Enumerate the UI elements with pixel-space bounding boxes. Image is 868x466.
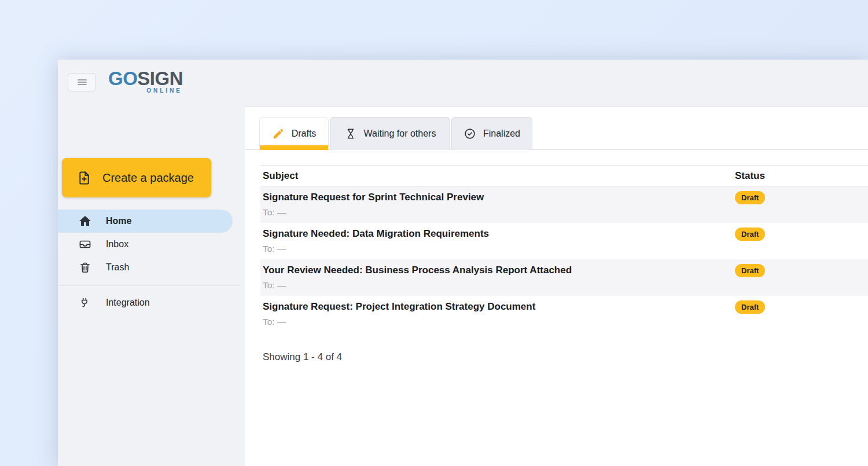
tab-drafts[interactable]: Drafts xyxy=(259,117,329,150)
inbox-icon xyxy=(78,237,92,251)
tab-label: Waiting for others xyxy=(364,129,436,139)
row-recipients: To: — xyxy=(263,317,286,327)
menu-icon xyxy=(75,75,89,89)
sidebar: Create a package Home Inbox xyxy=(58,107,245,466)
check-circle-icon xyxy=(464,127,476,140)
logo-part-sign: SIGN xyxy=(137,68,183,89)
sidebar-item-label: Inbox xyxy=(106,239,128,249)
sidebar-item-home[interactable]: Home xyxy=(58,210,233,233)
main-content: Drafts Waiting for others xyxy=(245,107,868,466)
sidebar-item-label: Home xyxy=(106,216,131,226)
logo-tagline: ONLINE xyxy=(146,87,183,94)
row-subject: Signature Request: Project Integration S… xyxy=(263,301,535,313)
menu-button[interactable] xyxy=(68,73,96,91)
tab-label: Finalized xyxy=(483,129,520,139)
row-recipients: To: — xyxy=(263,280,286,291)
active-tab-indicator xyxy=(260,145,328,150)
tab-strip: Drafts Waiting for others xyxy=(245,107,868,150)
table-row[interactable]: Signature Request: Project Integration S… xyxy=(260,296,868,332)
table-row[interactable]: Signature Request for Sprint Technical P… xyxy=(260,186,868,223)
sidebar-item-label: Trash xyxy=(106,262,129,273)
home-icon xyxy=(78,214,92,228)
note-add-icon xyxy=(76,170,92,186)
table-row[interactable]: Your Review Needed: Business Process Ana… xyxy=(260,259,868,296)
sidebar-item-integration[interactable]: Integration xyxy=(58,291,233,314)
sidebar-item-inbox[interactable]: Inbox xyxy=(58,233,233,256)
trash-icon xyxy=(78,260,92,274)
row-subject: Your Review Needed: Business Process Ana… xyxy=(263,265,572,276)
row-recipients: To: — xyxy=(263,244,286,254)
create-package-label: Create a package xyxy=(102,171,194,185)
status-badge: Draft xyxy=(735,228,765,241)
sidebar-item-label: Integration xyxy=(106,298,150,308)
app-logo: GOSIGN ONLINE xyxy=(108,69,183,94)
column-header-status: Status xyxy=(735,170,765,182)
app-header: GOSIGN ONLINE xyxy=(58,60,868,107)
table-row[interactable]: Signature Needed: Data Migration Require… xyxy=(260,223,868,259)
status-badge: Draft xyxy=(735,264,765,277)
app-panel: GOSIGN ONLINE Create a package Home xyxy=(58,60,868,466)
row-subject: Signature Needed: Data Migration Require… xyxy=(263,228,489,240)
hourglass-icon xyxy=(344,127,357,140)
tab-label: Drafts xyxy=(292,129,317,139)
sidebar-item-trash[interactable]: Trash xyxy=(58,256,233,279)
logo-part-go: GO xyxy=(108,68,137,89)
row-recipients: To: — xyxy=(263,207,286,218)
sidebar-divider xyxy=(58,285,241,286)
packages-table: Subject Status Signature Request for Spr… xyxy=(260,165,868,363)
status-badge: Draft xyxy=(735,191,765,204)
pagination-summary: Showing 1 - 4 of 4 xyxy=(260,351,868,363)
pencil-icon xyxy=(272,127,285,140)
tab-waiting-for-others[interactable]: Waiting for others xyxy=(330,117,450,150)
tab-finalized[interactable]: Finalized xyxy=(451,117,532,150)
table-header: Subject Status xyxy=(260,165,868,186)
column-header-subject: Subject xyxy=(260,170,298,182)
create-package-button[interactable]: Create a package xyxy=(62,158,211,197)
status-badge: Draft xyxy=(735,300,765,314)
plug-icon xyxy=(78,296,92,309)
row-subject: Signature Request for Sprint Technical P… xyxy=(263,192,484,203)
